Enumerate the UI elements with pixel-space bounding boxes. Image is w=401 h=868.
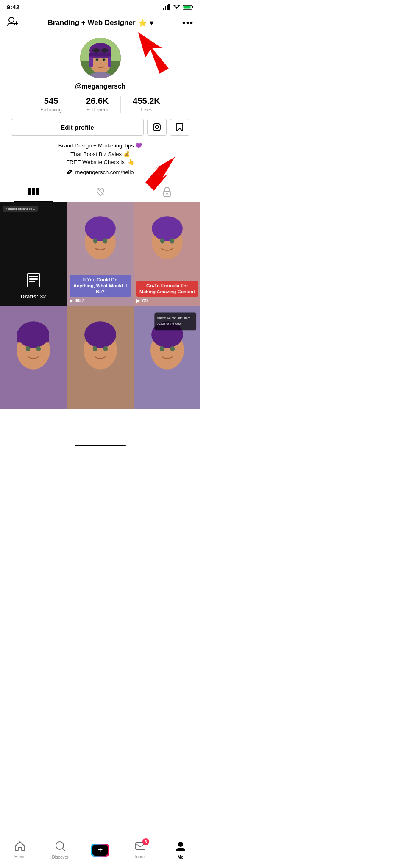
svg-rect-44 — [29, 276, 38, 277]
status-bar: 9:42 — [0, 0, 200, 12]
svg-point-70 — [103, 346, 108, 351]
svg-text:pizazz to the logo: pizazz to the logo — [157, 321, 181, 325]
svg-text:Maybe we can add more: Maybe we can add more — [157, 316, 191, 320]
svg-rect-31 — [153, 124, 160, 131]
play-icon-2: ▶ — [70, 298, 73, 303]
svg-line-34 — [69, 171, 70, 173]
svg-rect-46 — [29, 281, 35, 282]
play-icon-3: ▶ — [136, 298, 140, 303]
svg-point-19 — [101, 48, 109, 53]
tabs-row — [0, 181, 200, 202]
followers-stat[interactable]: 26.6K Followers — [74, 96, 121, 113]
bookmark-button[interactable] — [170, 119, 189, 136]
profile-section: @megangersch 545 Following 26.6K Followe… — [0, 33, 200, 181]
bio-line-1: Brand Design + Marketing Tips 💜 — [58, 142, 142, 149]
svg-point-18 — [92, 48, 100, 53]
instagram-icon — [153, 123, 161, 131]
instagram-button[interactable] — [147, 119, 167, 136]
wifi-icon — [173, 5, 180, 10]
video-cell-4[interactable] — [0, 306, 67, 409]
status-icons — [163, 4, 194, 10]
video-thumbnail-4 — [0, 306, 67, 409]
video-cell-3[interactable]: Go-To Formula For Making Amazing Content… — [134, 202, 200, 306]
svg-point-63 — [36, 346, 41, 351]
followers-count: 26.6K — [86, 96, 109, 106]
svg-point-75 — [170, 346, 175, 351]
bio-section: Brand Design + Marketing Tips 💜 That Boo… — [54, 142, 147, 167]
svg-rect-1 — [165, 6, 166, 10]
svg-point-27 — [100, 63, 101, 64]
svg-point-57 — [170, 238, 174, 243]
svg-rect-37 — [32, 188, 35, 195]
title-star-emoji: ⭐ — [138, 19, 147, 28]
bio-link[interactable]: megangersch.com/hello — [67, 169, 134, 175]
svg-rect-3 — [168, 4, 170, 10]
likes-count: 455.2K — [133, 96, 160, 106]
video-grid: ● shopbelleandbe... Drafts: 32 — [0, 202, 200, 409]
following-stat[interactable]: 545 Following — [28, 96, 74, 113]
video-overlay-2: If You Could Do Anything, What Would It … — [67, 273, 134, 306]
link-icon — [67, 169, 72, 175]
tab-liked[interactable] — [67, 181, 134, 202]
drafts-icon — [26, 273, 41, 291]
bio-link-text: megangersch.com/hello — [75, 169, 134, 175]
edit-profile-button[interactable]: Edit profile — [11, 119, 144, 136]
top-nav: Branding + Web Designer ⭐ ▾ ••• — [0, 12, 200, 33]
liked-icon — [95, 187, 106, 196]
status-time: 9:42 — [7, 3, 19, 11]
svg-rect-38 — [36, 188, 39, 195]
bookmark-icon — [176, 122, 184, 132]
svg-point-52 — [103, 238, 107, 243]
video-thumbnail-5 — [67, 306, 134, 409]
video-caption-2: If You Could Do Anything, What Would It … — [70, 275, 131, 297]
profile-title-text: Branding + Web Designer — [47, 19, 135, 27]
profile-title[interactable]: Branding + Web Designer ⭐ ▾ — [47, 19, 153, 28]
grid-icon — [28, 188, 39, 195]
play-count-2: 3057 — [75, 298, 84, 303]
dropdown-icon: ▾ — [150, 19, 153, 28]
video-thumbnail-6: Maybe we can add more pizazz to the logo — [134, 306, 200, 409]
add-user-button[interactable] — [7, 16, 19, 30]
action-buttons: Edit profile — [7, 119, 194, 136]
more-options-button[interactable]: ••• — [182, 18, 194, 28]
video-cell-5[interactable] — [67, 306, 134, 409]
following-label: Following — [40, 107, 62, 113]
svg-point-74 — [160, 346, 164, 351]
svg-rect-64 — [17, 330, 49, 342]
play-row-3: ▶ 722 — [136, 298, 198, 303]
drafts-label: Drafts: 32 — [21, 293, 46, 300]
svg-point-56 — [160, 238, 164, 243]
drafts-cell[interactable]: ● shopbelleandbe... Drafts: 32 — [0, 202, 67, 306]
likes-label: Likes — [141, 107, 153, 113]
signal-icon — [163, 4, 171, 10]
battery-icon — [183, 4, 194, 10]
home-indicator — [0, 443, 200, 451]
svg-rect-0 — [163, 8, 164, 10]
video-cell-6[interactable]: Maybe we can add more pizazz to the logo — [134, 306, 200, 409]
svg-rect-43 — [28, 273, 39, 287]
svg-point-26 — [103, 59, 105, 61]
svg-rect-29 — [108, 57, 111, 67]
svg-point-50 — [85, 216, 116, 241]
svg-rect-5 — [192, 6, 193, 8]
likes-stat[interactable]: 455.2K Likes — [121, 96, 172, 113]
svg-point-32 — [156, 126, 159, 129]
avatar[interactable] — [80, 38, 121, 78]
video-overlay-3: Go-To Formula For Making Amazing Content… — [134, 278, 200, 306]
tab-saved[interactable] — [134, 181, 200, 202]
svg-point-68 — [84, 321, 116, 348]
svg-rect-2 — [167, 5, 168, 10]
following-count: 545 — [44, 96, 58, 106]
play-row-2: ▶ 3057 — [70, 298, 131, 303]
reply-tag-text: shopbelleandbe... — [8, 207, 35, 211]
svg-point-51 — [93, 238, 97, 243]
tab-videos[interactable] — [0, 181, 67, 202]
svg-point-33 — [158, 125, 159, 125]
bio-line-2: That Boost Biz Sales 💰 — [70, 151, 130, 157]
video-cell-2[interactable]: If You Could Do Anything, What Would It … — [67, 202, 134, 306]
svg-point-7 — [9, 17, 14, 22]
svg-point-62 — [26, 346, 30, 351]
svg-rect-28 — [89, 57, 93, 67]
svg-point-55 — [152, 216, 183, 241]
svg-rect-6 — [184, 6, 191, 8]
